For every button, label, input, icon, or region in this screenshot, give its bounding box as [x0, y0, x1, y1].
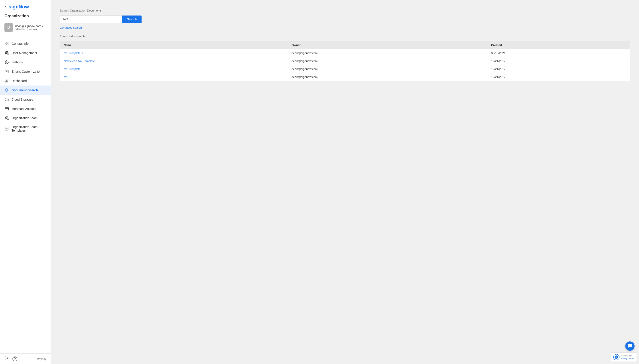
doc-link[interactable]: fw2 Template [64, 67, 81, 71]
avatar: D [5, 23, 13, 32]
sidebar-item-document-search[interactable]: Document Search [0, 86, 51, 95]
svg-rect-12 [5, 108, 9, 110]
sidebar-item-cloud-storages[interactable]: Cloud Storages [0, 95, 51, 104]
sidebar-item-organization-team-templates[interactable]: Organization Team Templates [0, 123, 51, 135]
sidebar: ‹ signNow Organization D dean@signnow.co… [0, 0, 51, 364]
table-row: fw2 Template 1dean@signnow.com06/10/2021 [60, 49, 630, 57]
svg-rect-0 [5, 42, 6, 43]
search-section: Search Organization Documents Search adv… [60, 9, 630, 81]
sidebar-bottom: ? ··· Privacy [0, 353, 51, 364]
doc-name-cell: New clean fw2 Template [60, 57, 288, 65]
org-title: Organization [5, 14, 46, 18]
nav-item-label: Organization Team [12, 116, 38, 120]
sidebar-item-organization-team[interactable]: Organization Team [0, 114, 51, 123]
credit-card-icon [5, 106, 9, 111]
search-section-title: Search Organization Documents [60, 9, 630, 12]
col-created: Created [488, 41, 630, 49]
recaptcha-links: Privacy · Terms [621, 357, 634, 360]
svg-rect-15 [5, 127, 8, 130]
grid-icon [5, 42, 9, 46]
org-section: Organization D dean@signnow.com ▾ Member… [0, 12, 51, 37]
sidebar-item-emails-customization[interactable]: Emails Customization [0, 67, 51, 76]
help-icon[interactable]: ? [13, 356, 17, 361]
doc-created-cell: 12/21/2017 [488, 65, 630, 73]
doc-link[interactable]: New clean fw2 Template [64, 59, 95, 63]
doc-link[interactable]: fw2 Template 1 [64, 52, 83, 55]
results-tbody: fw2 Template 1dean@signnow.com06/10/2021… [60, 49, 630, 81]
main-content: Search Organization Documents Search adv… [51, 0, 639, 364]
search-icon [5, 88, 9, 92]
cloud-icon [5, 97, 9, 102]
svg-point-4 [6, 52, 7, 53]
doc-name-cell: fw2 Template [60, 65, 288, 73]
doc-owner-cell: dean@signnow.com [288, 49, 488, 57]
doc-created-cell: 06/10/2021 [488, 49, 630, 57]
nav-item-label: Document Search [12, 88, 38, 92]
nav-item-label: Merchant Account [12, 107, 36, 110]
user-roles: Member | Admin [15, 28, 43, 31]
doc-owner-cell: dean@signnow.com [288, 57, 488, 65]
svg-point-14 [6, 116, 7, 118]
brand-logo: signNow [9, 4, 29, 10]
nav-item-label: Emails Customization [12, 70, 42, 73]
search-input[interactable] [60, 15, 122, 23]
svg-rect-1 [7, 42, 8, 43]
user-card[interactable]: D dean@signnow.com ▾ Member | Admin [5, 22, 46, 34]
user-email: dean@signnow.com ▾ [15, 24, 43, 28]
doc-name-cell: fw2 1 [60, 73, 288, 81]
users-icon [5, 51, 9, 55]
sidebar-item-user-management[interactable]: User Management [0, 48, 51, 58]
bar-chart-icon [5, 79, 9, 83]
col-owner: Owner [288, 41, 488, 49]
nav-list: General InfoUser ManagementSettingsEmail… [0, 39, 51, 135]
recaptcha-badge: reCAPTCHA Privacy · Terms [611, 352, 637, 362]
user-info: dean@signnow.com ▾ Member | Admin [15, 24, 43, 31]
chat-widget[interactable] [625, 342, 634, 351]
sidebar-header: ‹ signNow [0, 0, 51, 12]
svg-point-5 [6, 62, 7, 63]
nav-item-label: User Management [12, 51, 37, 55]
doc-owner-cell: dean@signnow.com [288, 73, 488, 81]
advanced-search-link[interactable]: advanced search [60, 26, 82, 29]
table-header: Name Owner Created [60, 41, 630, 49]
table-row: fw2 Templatedean@signnow.com12/21/2017 [60, 65, 630, 73]
sidebar-item-general-info[interactable]: General Info [0, 39, 51, 48]
search-button[interactable]: Search [122, 16, 142, 23]
chevron-down-icon: ▾ [42, 25, 43, 27]
privacy-link[interactable]: Privacy [37, 357, 46, 360]
doc-link[interactable]: fw2 1 [64, 75, 71, 79]
team-icon [5, 116, 9, 120]
doc-name-cell: fw2 Template 1 [60, 49, 288, 57]
nav-item-label: Settings [12, 60, 23, 64]
svg-rect-2 [5, 44, 6, 45]
nav-item-label: Organization Team Templates [12, 125, 46, 132]
sidebar-item-merchant-account[interactable]: Merchant Account [0, 104, 51, 114]
envelope-icon [5, 69, 9, 74]
nav-item-label: Dashboard [12, 79, 27, 83]
more-icon[interactable]: ··· [21, 357, 25, 361]
recaptcha-logo [613, 354, 619, 360]
doc-created-cell: 12/21/2017 [488, 57, 630, 65]
table-row: New clean fw2 Templatedean@signnow.com12… [60, 57, 630, 65]
logout-icon[interactable] [5, 356, 9, 361]
svg-line-11 [7, 91, 8, 92]
sidebar-item-dashboard[interactable]: Dashboard [0, 76, 51, 86]
svg-point-10 [5, 88, 8, 91]
table-row: fw2 1dean@signnow.com12/21/2017 [60, 73, 630, 81]
template-icon [5, 126, 9, 131]
back-button[interactable]: ‹ [5, 4, 6, 10]
svg-rect-3 [7, 44, 8, 45]
sidebar-item-settings[interactable]: Settings [0, 58, 51, 67]
doc-owner-cell: dean@signnow.com [288, 65, 488, 73]
search-bar-row: Search [60, 15, 630, 23]
results-count: Found 4 documents. [60, 34, 630, 38]
nav-item-label: Cloud Storages [12, 98, 33, 101]
gear-icon [5, 60, 9, 64]
col-name: Name [60, 41, 288, 49]
nav-item-label: General Info [12, 42, 29, 46]
doc-created-cell: 12/21/2017 [488, 73, 630, 81]
results-table: Name Owner Created fw2 Template 1dean@si… [60, 41, 630, 81]
